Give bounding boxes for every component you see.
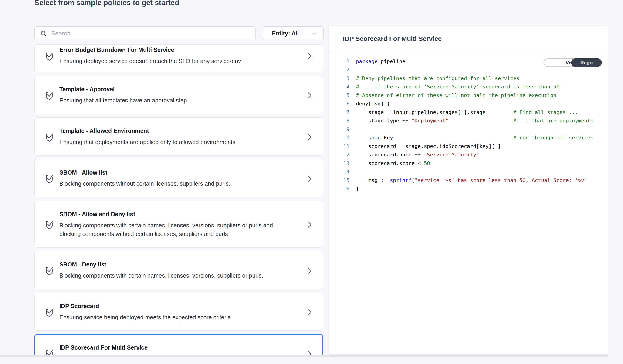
line-number: 3 bbox=[329, 75, 352, 81]
policy-card-title: Template - Allowed Environment bbox=[59, 128, 307, 134]
policy-card-title: SBOM - Deny list bbox=[59, 261, 307, 268]
code-line: 12 scorecard.name == "Service Maturity" bbox=[329, 150, 608, 159]
code-line-content: stage.type == "Deployment" # ... that ar… bbox=[356, 118, 593, 124]
code-line-content: scorecard.score < 50 bbox=[356, 160, 430, 166]
policy-detail-panel: IDP Scorecard For Multi Service Visual R… bbox=[329, 26, 608, 355]
policy-card-title: IDP Scorecard bbox=[59, 303, 307, 310]
line-number: 9 bbox=[329, 126, 352, 132]
policy-card[interactable]: Error Budget Burndown For Multi ServiceE… bbox=[34, 44, 323, 72]
policy-card-text: IDP ScorecardEnsuring service being depl… bbox=[59, 303, 307, 322]
code-line-content: # ... if the score of 'Service Maturity'… bbox=[356, 84, 562, 90]
code-line: 9 bbox=[329, 125, 608, 134]
policy-card-text: Template - ApprovalEnsuring that all tem… bbox=[59, 86, 307, 105]
search-input[interactable] bbox=[51, 30, 250, 37]
policy-card-description: Ensuring that deployments are applied on… bbox=[59, 138, 274, 146]
policy-card[interactable]: SBOM - Allow and Deny listBlocking compo… bbox=[34, 201, 323, 248]
shield-check-icon bbox=[44, 51, 54, 61]
shield-check-icon bbox=[44, 266, 54, 276]
sample-policies-page: Select from sample policies to get start… bbox=[0, 0, 623, 364]
policy-card[interactable]: Template - ApprovalEnsuring that all tem… bbox=[34, 76, 323, 114]
policy-card-title: IDP Scorecard For Multi Service bbox=[59, 344, 307, 351]
code-line-content: msg := sprintf("service '%s' has score l… bbox=[356, 177, 587, 183]
code-line: 14 bbox=[329, 168, 608, 176]
code-line-content: deny[msg] { bbox=[356, 101, 390, 107]
code-line-content: scorecard = stage.spec.idpScorecard[key]… bbox=[356, 143, 501, 149]
policy-card[interactable]: IDP ScorecardEnsuring service being depl… bbox=[34, 293, 323, 331]
code-line-content: # Absence of either of these will not ha… bbox=[356, 92, 556, 98]
entity-filter-label: Entity: All bbox=[272, 30, 299, 37]
chevron-right-icon bbox=[307, 91, 312, 100]
code-line: 15 msg := sprintf("service '%s' has scor… bbox=[329, 176, 608, 185]
toggle-rego-button[interactable]: Rego bbox=[571, 58, 602, 67]
chevron-right-icon bbox=[307, 349, 312, 355]
policy-card-title: SBOM - Allow list bbox=[59, 169, 307, 176]
code-line-content: scorecard.name == "Service Maturity" bbox=[356, 152, 479, 158]
chevron-right-icon bbox=[307, 220, 312, 229]
line-number: 13 bbox=[329, 160, 352, 166]
line-number: 6 bbox=[329, 101, 352, 107]
shield-check-icon bbox=[44, 219, 54, 230]
shield-check-icon bbox=[44, 90, 54, 101]
line-number: 14 bbox=[329, 169, 352, 174]
policy-card-title: SBOM - Allow and Deny list bbox=[59, 211, 307, 218]
detail-header: IDP Scorecard For Multi Service bbox=[329, 26, 608, 52]
chevron-down-icon bbox=[311, 30, 317, 37]
policy-card[interactable]: SBOM - Deny listBlocking components with… bbox=[34, 251, 323, 289]
chevron-right-icon bbox=[307, 266, 312, 275]
chevron-right-icon bbox=[307, 51, 312, 61]
code-line-content: # Deny pipelines that are configured for… bbox=[356, 75, 519, 81]
code-line: 13 scorecard.score < 50 bbox=[329, 159, 608, 168]
policy-card-description: Blocking components with certain names, … bbox=[59, 271, 274, 280]
line-number: 10 bbox=[329, 135, 352, 141]
policy-card[interactable]: Template - Allowed EnvironmentEnsuring t… bbox=[34, 117, 323, 156]
code-line: 10 some key # run through all services bbox=[329, 134, 608, 142]
line-number: 4 bbox=[329, 84, 352, 90]
code-line: 4# ... if the score of 'Service Maturity… bbox=[329, 83, 608, 91]
policy-card-title: Error Budget Burndown For Multi Service bbox=[59, 46, 307, 53]
policy-card-text: SBOM - Deny listBlocking components with… bbox=[59, 261, 307, 280]
shield-check-icon bbox=[44, 132, 54, 142]
policy-card-description: Ensuring service being deployed meets th… bbox=[59, 313, 274, 322]
line-number: 5 bbox=[329, 92, 352, 98]
entity-filter-dropdown[interactable]: Entity: All bbox=[263, 26, 324, 41]
code-line: 7 stage = input.pipeline.stages[_].stage… bbox=[329, 108, 608, 117]
code-line: 11 scorecard = stage.spec.idpScorecard[k… bbox=[329, 142, 608, 150]
code-line: 8 stage.type == "Deployment" # ... that … bbox=[329, 117, 608, 125]
page-title: Select from sample policies to get start… bbox=[34, 0, 179, 7]
shield-check-icon bbox=[44, 174, 54, 184]
view-mode-toggle[interactable]: Visual Rego bbox=[544, 58, 602, 67]
policy-card-text: Template - Allowed EnvironmentEnsuring t… bbox=[59, 128, 307, 146]
detail-title: IDP Scorecard For Multi Service bbox=[343, 35, 442, 43]
shield-check-icon bbox=[44, 349, 54, 355]
line-number: 16 bbox=[329, 186, 352, 192]
line-number: 11 bbox=[329, 143, 352, 149]
policy-card-description: Ensuring deployed service doesn't breach… bbox=[59, 57, 274, 65]
code-line-content: package pipeline bbox=[356, 58, 405, 64]
policy-card-description: Blocking components without certain lice… bbox=[59, 179, 274, 188]
line-number: 8 bbox=[329, 118, 352, 124]
policy-list: Error Budget Burndown For Multi ServiceE… bbox=[34, 44, 323, 355]
chevron-right-icon bbox=[307, 174, 312, 183]
policy-card-title: Template - Approval bbox=[59, 86, 307, 93]
code-line: 16} bbox=[329, 185, 608, 193]
policy-card-description: Ensuring that all templates have an appr… bbox=[59, 96, 274, 105]
code-line: 6deny[msg] { bbox=[329, 100, 608, 108]
horizontal-scrollbar-track[interactable] bbox=[0, 355, 608, 357]
policy-card[interactable]: SBOM - Allow listBlocking components wit… bbox=[34, 159, 323, 197]
line-number: 15 bbox=[329, 177, 352, 183]
code-editor[interactable]: 1package pipeline23# Deny pipelines that… bbox=[329, 57, 608, 193]
code-line-content: } bbox=[356, 186, 359, 192]
policy-card-text: SBOM - Allow and Deny listBlocking compo… bbox=[59, 211, 307, 238]
code-line: 3# Deny pipelines that are configured fo… bbox=[329, 74, 608, 83]
policy-card-text: SBOM - Allow listBlocking components wit… bbox=[59, 169, 307, 188]
policy-card[interactable]: IDP Scorecard For Multi ServiceEnsuring … bbox=[34, 334, 323, 355]
policy-card-text: IDP Scorecard For Multi ServiceEnsuring … bbox=[59, 344, 307, 355]
line-number: 2 bbox=[329, 67, 352, 73]
chevron-right-icon bbox=[307, 308, 312, 317]
search-icon bbox=[40, 30, 47, 37]
search-box[interactable] bbox=[34, 26, 256, 41]
policy-card-text: Error Budget Burndown For Multi ServiceE… bbox=[59, 46, 307, 65]
shield-check-icon bbox=[44, 307, 54, 318]
policy-card-description: Blocking components with certain names, … bbox=[59, 221, 274, 238]
line-number: 12 bbox=[329, 152, 352, 158]
